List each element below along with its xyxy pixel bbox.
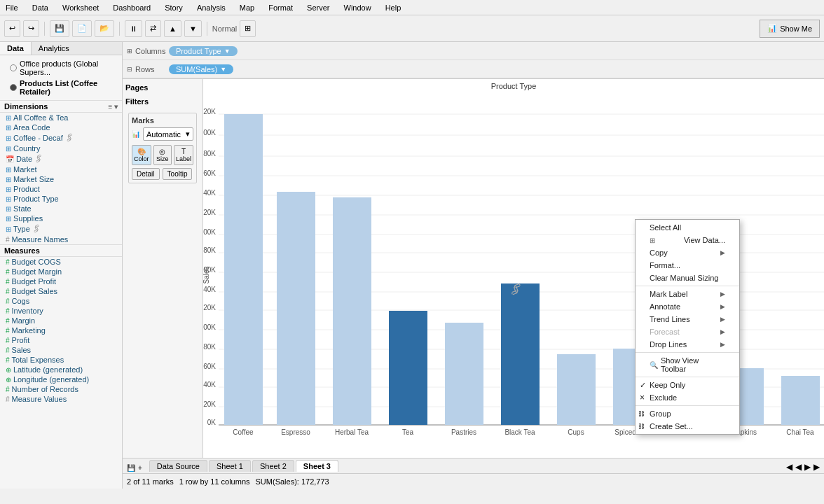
toolbar-sort-asc[interactable]: ▲ (164, 20, 181, 37)
bar-pastries[interactable] (445, 323, 483, 425)
ctx-forecast[interactable]: Forecast ▶ (636, 326, 739, 338)
ctx-create-set[interactable]: ⛓ Create Set... (636, 420, 739, 433)
ctx-show-toolbar[interactable]: 🔍 Show View Toolbar (636, 354, 739, 375)
dimensions-controls[interactable]: ≡ ▾ (108, 103, 118, 111)
ctx-clear-sizing[interactable]: Clear Manual Sizing (636, 272, 739, 284)
tab-data-source[interactable]: Data Source (149, 460, 207, 472)
bar-tea[interactable] (389, 311, 427, 425)
add-datasource-icon[interactable]: 💾 (127, 464, 135, 472)
toolbar-swap[interactable]: ⇄ (145, 20, 161, 37)
dim-all-coffee[interactable]: ⊞ All Coffee & Tea (0, 113, 122, 122)
toolbar-save[interactable]: 💾 (50, 20, 69, 37)
measure-values[interactable]: # Measure Values (0, 394, 122, 404)
measure-num-records[interactable]: # Number of Records (0, 384, 122, 394)
bar-herbal-tea[interactable] (333, 197, 371, 425)
marks-detail-btn[interactable]: Detail (132, 168, 160, 180)
dim-state[interactable]: ⊞ State (0, 204, 122, 214)
marks-label-btn[interactable]: T Label (174, 145, 193, 165)
dim-market-size[interactable]: ⊞ Market Size (0, 174, 122, 184)
rows-icon: ⊟ (127, 66, 132, 73)
measure-margin[interactable]: # Margin (0, 316, 122, 326)
dim-type[interactable]: ⊞ Type 🖇 (0, 223, 122, 234)
marks-color-btn[interactable]: 🎨 Color (132, 145, 151, 165)
measure-cogs[interactable]: # Cogs (0, 296, 122, 306)
toolbar-open[interactable]: 📂 (95, 20, 114, 37)
ctx-copy[interactable]: Copy ▶ (636, 246, 739, 259)
datasource-coffee[interactable]: Products List (Coffee Retailer) (4, 78, 118, 97)
analytics-tab[interactable]: Analytics (32, 42, 76, 55)
bar-black-tea[interactable] (501, 284, 540, 425)
ctx-format[interactable]: Format... (636, 259, 739, 272)
tab-sheet3[interactable]: Sheet 3 (296, 460, 338, 472)
data-tab[interactable]: Data (0, 42, 32, 55)
nav-next-icon[interactable]: ▶ (804, 462, 811, 472)
marks-tooltip-btn[interactable]: Tooltip (163, 168, 193, 180)
dim-date[interactable]: 📅 Date 🖇 (0, 153, 122, 164)
datasource-office[interactable]: Office products (Global Supers... (4, 58, 118, 78)
menu-format[interactable]: Format (266, 3, 296, 13)
menu-file[interactable]: File (3, 3, 21, 13)
menu-worksheet[interactable]: Worksheet (60, 3, 102, 13)
dim-market[interactable]: ⊞ Market (0, 164, 122, 174)
toolbar-undo[interactable]: ↩ (4, 20, 20, 37)
menu-map[interactable]: Map (237, 3, 257, 13)
ctx-exclude[interactable]: × Exclude (636, 391, 739, 404)
ctx-annotate[interactable]: Annotate ▶ (636, 300, 739, 313)
menu-dashboard[interactable]: Dashboard (110, 3, 153, 13)
dim-measure-names[interactable]: # Measure Names (0, 234, 122, 244)
dim-product[interactable]: ⊞ Product (0, 184, 122, 194)
menu-server[interactable]: Server (304, 3, 332, 13)
ctx-mark-label[interactable]: Mark Label ▶ (636, 288, 739, 300)
measure-inventory[interactable]: # Inventory (0, 306, 122, 316)
ctx-view-data[interactable]: ⊞ View Data... (636, 234, 739, 246)
bar-cups[interactable] (557, 354, 596, 425)
marks-label: Marks (132, 116, 193, 125)
bar-coffee[interactable] (224, 114, 263, 425)
toolbar-sort-desc[interactable]: ▼ (184, 20, 202, 37)
measure-budget-margin[interactable]: # Budget Margin (0, 267, 122, 276)
ctx-keep-only[interactable]: ✓ Keep Only (636, 379, 739, 391)
menu-analysis[interactable]: Analysis (194, 3, 228, 13)
measure-total-expenses[interactable]: # Total Expenses (0, 355, 122, 365)
nav-next2-icon[interactable]: ▶ (813, 462, 820, 472)
ctx-group[interactable]: ⛓ Group (636, 407, 739, 420)
menu-story[interactable]: Story (162, 3, 186, 13)
tab-sheet1[interactable]: Sheet 1 (209, 460, 251, 472)
columns-pill[interactable]: Product Type ▼ (169, 46, 238, 56)
toolbar-fit[interactable]: ⊞ (240, 20, 256, 37)
toolbar-redo[interactable]: ↪ (23, 20, 39, 37)
tab-sheet2[interactable]: Sheet 2 (252, 460, 294, 472)
columns-pill-dropdown[interactable]: ▼ (224, 48, 231, 55)
toolbar-pause[interactable]: ⏸ (125, 20, 142, 37)
dim-country[interactable]: ⊞ Country (0, 144, 122, 153)
dim-coffee-decaf[interactable]: ⊞ Coffee - Decaf 🖇 (0, 132, 122, 144)
rows-pill-dropdown[interactable]: ▼ (220, 66, 226, 73)
menu-data[interactable]: Data (29, 3, 51, 13)
bar-espresso[interactable] (277, 192, 315, 425)
marks-size-btn[interactable]: ◎ Size (153, 145, 172, 165)
ctx-trend-lines[interactable]: Trend Lines ▶ (636, 313, 739, 326)
marks-type-dropdown[interactable]: Automatic ▾ (143, 127, 193, 141)
measure-profit[interactable]: # Profit (0, 335, 122, 345)
ctx-drop-lines[interactable]: Drop Lines ▶ (636, 338, 739, 351)
show-me-button[interactable]: 📊 Show Me (760, 20, 820, 38)
measure-budget-sales[interactable]: # Budget Sales (0, 286, 122, 296)
ctx-select-all[interactable]: Select All (636, 221, 739, 234)
dim-product-type[interactable]: ⊞ Product Type (0, 194, 122, 204)
bar-chai-tea[interactable] (781, 376, 820, 425)
add-sheet-icon[interactable]: + (138, 464, 142, 472)
dim-area-code[interactable]: ⊞ Area Code (0, 122, 122, 132)
measure-budget-cogs[interactable]: # Budget COGS (0, 257, 122, 267)
nav-prev2-icon[interactable]: ◀ (795, 462, 802, 472)
rows-pill[interactable]: SUM(Sales) ▼ (169, 64, 233, 74)
measure-sales[interactable]: # Sales (0, 345, 122, 355)
dim-supplies[interactable]: ⊞ Supplies (0, 214, 122, 223)
nav-prev-icon[interactable]: ◀ (786, 462, 792, 472)
measure-marketing[interactable]: # Marketing (0, 326, 122, 335)
measure-latitude[interactable]: ⊕ Latitude (generated) (0, 365, 122, 374)
measure-longitude[interactable]: ⊕ Longitude (generated) (0, 374, 122, 384)
toolbar-new[interactable]: 📄 (72, 20, 92, 37)
measure-budget-profit[interactable]: # Budget Profit (0, 276, 122, 286)
menu-window[interactable]: Window (341, 3, 374, 13)
menu-help[interactable]: Help (383, 3, 404, 13)
